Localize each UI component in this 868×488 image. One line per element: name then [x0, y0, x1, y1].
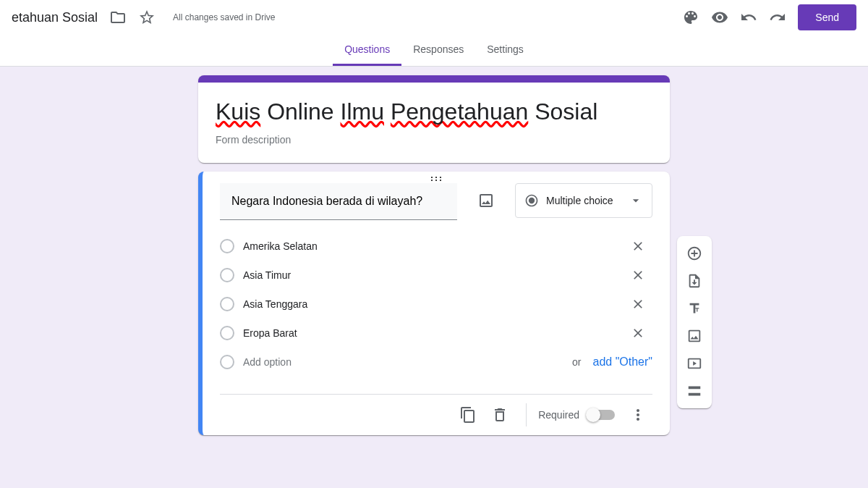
question-footer: Required	[220, 394, 652, 435]
add-section-button[interactable]	[681, 378, 707, 404]
tab-responses[interactable]: Responses	[401, 35, 475, 66]
close-icon	[631, 268, 645, 282]
duplicate-button[interactable]	[454, 400, 482, 429]
redo-button[interactable]	[763, 3, 792, 32]
required-toggle[interactable]	[588, 410, 615, 420]
star-outline-icon	[138, 9, 156, 26]
svg-point-2	[440, 177, 441, 178]
option-text[interactable]: Eropa Barat	[243, 327, 615, 339]
image-icon	[477, 192, 495, 209]
plus-circle-icon	[686, 245, 702, 261]
radio-circle-icon	[220, 268, 234, 282]
title-word-3	[384, 98, 391, 125]
customize-theme-button[interactable]	[676, 3, 705, 32]
video-icon	[686, 356, 702, 371]
add-video-button[interactable]	[681, 350, 707, 376]
form-description-placeholder[interactable]: Form description	[216, 134, 652, 146]
remove-option-button[interactable]	[624, 261, 652, 290]
add-question-button[interactable]	[681, 240, 707, 266]
question-type-label: Multiple choice	[546, 195, 621, 206]
svg-point-6	[529, 198, 535, 203]
drag-dots-icon	[429, 176, 443, 182]
text-icon	[686, 300, 702, 316]
remove-option-button[interactable]	[624, 290, 652, 319]
or-text: or	[572, 356, 581, 368]
title-word-0: Kuis	[216, 98, 260, 125]
save-status-text: All changes saved in Drive	[173, 12, 275, 22]
tab-questions[interactable]: Questions	[333, 35, 401, 66]
header-top-bar: etahuan Sosial All changes saved in Driv…	[0, 0, 868, 35]
copy-icon	[459, 406, 477, 424]
form-title-card[interactable]: Kuis Online Ilmu Pengetahuan Sosial Form…	[198, 75, 670, 163]
option-text[interactable]: Asia Tenggara	[243, 298, 615, 310]
side-toolbar	[677, 236, 712, 408]
question-card[interactable]: Multiple choice Amerika Selatan Asia Tim…	[198, 172, 670, 435]
radio-circle-icon	[220, 355, 234, 369]
undo-icon	[740, 9, 757, 26]
title-word-4: Pengetahuan	[391, 98, 528, 125]
radio-circle-icon	[220, 326, 234, 340]
add-image-button[interactable]	[469, 183, 503, 218]
title-word-5: Sosial	[528, 98, 597, 125]
remove-option-button[interactable]	[624, 319, 652, 348]
redo-icon	[769, 9, 786, 26]
app-header: etahuan Sosial All changes saved in Driv…	[0, 0, 868, 67]
title-word-1: Online	[260, 98, 340, 125]
option-row: Asia Timur	[220, 261, 652, 290]
form-canvas: Kuis Online Ilmu Pengetahuan Sosial Form…	[0, 67, 868, 473]
radio-icon	[524, 193, 539, 208]
import-icon	[686, 273, 702, 289]
image-icon	[686, 328, 702, 344]
option-row: Eropa Barat	[220, 319, 652, 348]
svg-point-0	[431, 177, 433, 178]
trash-icon	[491, 406, 509, 424]
tab-settings[interactable]: Settings	[475, 35, 535, 66]
preview-button[interactable]	[705, 3, 734, 32]
add-other-link[interactable]: add "Other"	[592, 356, 652, 369]
form-title-heading[interactable]: Kuis Online Ilmu Pengetahuan Sosial	[216, 98, 652, 125]
svg-point-5	[440, 180, 441, 181]
add-image-button[interactable]	[681, 323, 707, 349]
delete-button[interactable]	[485, 400, 514, 429]
required-label: Required	[538, 409, 579, 421]
svg-point-1	[435, 177, 437, 178]
section-icon	[686, 383, 702, 399]
radio-circle-icon	[220, 297, 234, 311]
svg-point-4	[435, 180, 437, 181]
svg-point-3	[431, 180, 433, 181]
option-row: Asia Tenggara	[220, 290, 652, 319]
question-type-select[interactable]: Multiple choice	[515, 183, 652, 218]
radio-circle-icon	[220, 239, 234, 253]
tab-bar: Questions Responses Settings	[0, 35, 868, 66]
remove-option-button[interactable]	[624, 232, 652, 261]
undo-button[interactable]	[734, 3, 763, 32]
option-row: Amerika Selatan	[220, 232, 652, 261]
move-to-folder-button[interactable]	[103, 3, 132, 32]
option-text[interactable]: Amerika Selatan	[243, 240, 615, 252]
drag-handle[interactable]	[203, 172, 670, 183]
add-option-row: Add option or add "Other"	[220, 348, 652, 376]
close-icon	[631, 239, 645, 253]
add-title-button[interactable]	[681, 295, 707, 321]
dropdown-arrow-icon	[629, 193, 643, 208]
more-vert-icon	[629, 406, 647, 424]
footer-divider	[526, 403, 527, 426]
close-icon	[631, 297, 645, 311]
title-word-2: Ilmu	[341, 98, 384, 125]
eye-icon	[711, 9, 728, 26]
import-questions-button[interactable]	[681, 268, 707, 294]
folder-icon	[109, 9, 127, 26]
form-title-truncated[interactable]: etahuan Sosial	[12, 10, 98, 25]
add-option-text[interactable]: Add option	[243, 356, 561, 368]
question-more-button[interactable]	[624, 400, 652, 429]
palette-icon	[682, 9, 699, 26]
close-icon	[631, 326, 645, 340]
option-text[interactable]: Asia Timur	[243, 269, 615, 281]
question-text-input[interactable]	[220, 183, 457, 220]
send-button[interactable]: Send	[798, 4, 856, 30]
star-button[interactable]	[132, 3, 161, 32]
